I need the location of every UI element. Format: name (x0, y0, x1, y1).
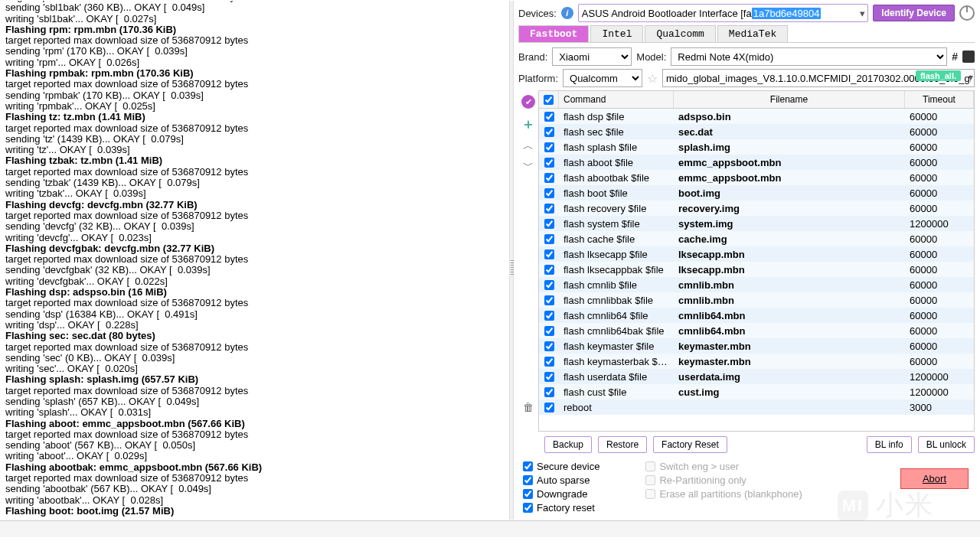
table-row[interactable]: flash boot $file boot.img 60000 (539, 185, 974, 201)
row-timeout: 60000 (905, 355, 974, 368)
table-row[interactable]: flash lksecapp $file lksecapp.mbn 60000 (539, 246, 974, 262)
row-checkbox[interactable] (544, 265, 554, 275)
table-row[interactable]: flash aboot $file emmc_appsboot.mbn 6000… (539, 155, 974, 170)
row-command: flash lksecapp $file (559, 248, 674, 261)
table-row[interactable]: flash cmnlib64 $file cmnlib64.mbn 60000 (539, 308, 974, 323)
table-row[interactable]: flash cmnlib $file cmnlib.mbn 60000 (539, 277, 974, 292)
log-line: Flashing tzbak: tz.mbn (1.41 MiB) (5, 155, 505, 166)
row-timeout: 60000 (905, 279, 974, 292)
power-icon[interactable] (959, 5, 975, 21)
tab-fastboot[interactable]: Fastboot (518, 25, 589, 42)
chevron-down-icon[interactable]: ﹀ (523, 159, 534, 173)
row-command: flash keymaster $file (559, 340, 674, 353)
table-row[interactable]: reboot 3000 (539, 399, 974, 415)
log-line: target reported max download size of 536… (5, 210, 505, 221)
table-row[interactable]: flash cache $file cache.img 60000 (539, 231, 974, 246)
checkbox-auto-sparse[interactable]: Auto sparse (523, 474, 599, 486)
row-checkbox[interactable] (544, 295, 554, 305)
checkbox-erase-all-partitions-blankphone-: Erase all partitions (blankphone) (645, 488, 802, 500)
factory-reset-button[interactable]: Factory Reset (653, 436, 727, 453)
checkbox-secure-device[interactable]: Secure device (523, 461, 599, 472)
backup-button[interactable]: Backup (544, 436, 592, 453)
table-row[interactable]: flash splash $file splash.img 60000 (539, 139, 974, 155)
table-row[interactable]: flash recovery $file recovery.img 60000 (539, 201, 974, 216)
row-checkbox[interactable] (544, 311, 554, 321)
tab-qualcomm[interactable]: Qualcomm (645, 25, 715, 42)
row-command: flash abootbak $file (559, 171, 674, 184)
abort-button[interactable]: Abort (900, 468, 969, 489)
tab-intel[interactable]: Intel (590, 25, 643, 42)
restore-button[interactable]: Restore (598, 436, 647, 453)
checkbox-downgrade[interactable]: Downgrade (523, 488, 599, 500)
row-filename: adspso.bin (674, 110, 905, 123)
log-line: writing 'devcfgbak'... OKAY [ 0.022s] (5, 276, 505, 287)
row-checkbox[interactable] (544, 142, 554, 152)
chevron-down-icon[interactable]: ▾ (969, 72, 973, 83)
table-row[interactable]: flash keymasterbak $… keymaster.mbn 6000… (539, 354, 974, 369)
row-checkbox[interactable] (544, 341, 554, 351)
row-filename: cmnlib.mbn (674, 279, 905, 292)
platform-label: Platform: (518, 73, 558, 84)
table-row[interactable]: flash sec $file sec.dat 60000 (539, 124, 974, 139)
row-checkbox[interactable] (544, 204, 554, 214)
log-line: sending 'dsp' (16384 KB)... OKAY [ 0.491… (5, 309, 505, 320)
model-select[interactable]: Redmi Note 4X(mido) (671, 47, 947, 66)
device-select[interactable]: ASUS Android Bootloader Interface [fa1a7… (578, 4, 868, 22)
device-id-highlight: 1a7bd6e49804 (752, 8, 822, 19)
log-line: target reported max download size of 536… (5, 473, 505, 484)
row-filename (674, 406, 905, 408)
hash-icon[interactable]: # (952, 51, 958, 63)
table-row[interactable]: flash cust $file cust.img 1200000 (539, 384, 974, 399)
row-filename: cmnlib64.mbn (674, 309, 905, 322)
row-checkbox[interactable] (544, 403, 554, 412)
table-row[interactable]: flash dsp $file adspso.bin 60000 (539, 109, 974, 124)
table-row[interactable]: flash cmnlib64bak $file cmnlib64.mbn 600… (539, 323, 974, 338)
bl-info-button[interactable]: BL info (867, 436, 912, 453)
row-checkbox[interactable] (544, 158, 554, 168)
star-icon[interactable]: ☆ (647, 71, 658, 86)
row-checkbox[interactable] (544, 188, 554, 198)
log-line: Flashing devcfgbak: devcfg.mbn (32.77 Ki… (5, 243, 505, 254)
row-checkbox[interactable] (544, 112, 554, 122)
trash-icon[interactable]: 🗑 (523, 401, 534, 413)
row-checkbox[interactable] (544, 357, 554, 367)
table-row[interactable]: flash keymaster $file keymaster.mbn 6000… (539, 338, 974, 354)
row-command: reboot (559, 401, 674, 414)
command-table-body[interactable]: flash dsp $file adspso.bin 60000 flash s… (539, 109, 974, 431)
chevron-up-icon[interactable]: ︿ (523, 139, 534, 153)
row-checkbox[interactable] (544, 219, 554, 229)
table-row[interactable]: flash lksecappbak $file lksecapp.mbn 600… (539, 262, 974, 277)
platform-select[interactable]: Qualcomm (563, 69, 642, 87)
row-timeout: 60000 (905, 340, 974, 353)
row-checkbox[interactable] (544, 173, 554, 183)
row-timeout: 3000 (905, 401, 974, 414)
table-row[interactable]: flash abootbak $file emmc_appsboot.mbn 6… (539, 170, 974, 185)
watermark: MI小米 (838, 487, 934, 524)
log-line: writing 'tz'... OKAY [ 0.039s] (5, 145, 505, 155)
identify-device-button[interactable]: Identify Device (873, 5, 955, 21)
row-checkbox[interactable] (544, 326, 554, 336)
usb-icon[interactable] (962, 51, 975, 63)
chevron-down-icon[interactable]: ▾ (860, 8, 865, 19)
table-row[interactable]: flash cmnlibbak $file cmnlib.mbn 60000 (539, 292, 974, 308)
log-line: sending 'splash' (657 KB)... OKAY [ 0.04… (5, 396, 505, 407)
log-line: writing 'dsp'... OKAY [ 0.228s] (5, 320, 505, 331)
table-row[interactable]: flash userdata $file userdata.img 120000… (539, 369, 974, 384)
checkbox-factory-reset[interactable]: Factory reset (523, 502, 599, 514)
row-checkbox[interactable] (544, 249, 554, 259)
row-checkbox[interactable] (544, 127, 554, 137)
header-checkbox[interactable] (544, 95, 554, 105)
plus-icon[interactable]: ＋ (521, 115, 535, 133)
row-checkbox[interactable] (544, 372, 554, 382)
checkall-icon[interactable]: ✔ (521, 95, 535, 109)
info-icon[interactable]: i (561, 7, 573, 19)
table-row[interactable]: flash system $file system.img 1200000 (539, 216, 974, 231)
brand-select[interactable]: Xiaomi (552, 47, 632, 66)
row-checkbox[interactable] (544, 387, 554, 397)
tab-mediatek[interactable]: MediaTek (717, 25, 788, 42)
bl-unlock-button[interactable]: BL unlock (918, 436, 975, 453)
row-checkbox[interactable] (544, 280, 554, 290)
model-label: Model: (636, 51, 666, 63)
row-checkbox[interactable] (544, 234, 554, 244)
log-output[interactable]: target reported max download size of 536… (1, 1, 509, 520)
